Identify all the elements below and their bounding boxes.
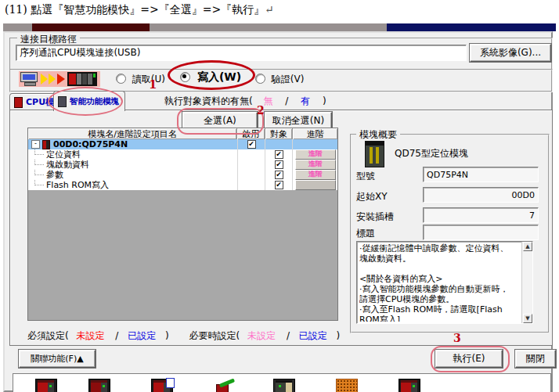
field-label-title: 標題 [356, 227, 375, 240]
field-label-start-xy: 起始XY [356, 190, 388, 203]
intelligent-module-icon [58, 96, 67, 107]
tree-line [34, 170, 44, 175]
field-start-xy: 00D0 [423, 187, 539, 203]
radio-write-label: 寫入(W) [197, 70, 241, 83]
table-header-row: 模塊名/進階設定項目名 啟用 對象 進階 [28, 128, 337, 139]
radio-read[interactable]: 讀取(U) [116, 73, 165, 86]
connection-path-field[interactable]: 序列通訊CPU模塊連接(USB) [16, 45, 467, 61]
slash: / [287, 330, 290, 341]
module-description-text: ·從緩衝記憶體中讀取參數、定位資料、塊啟動資料。 <關於各資料的寫入> ·寫入智… [359, 243, 516, 322]
qd75-icon-top [366, 142, 384, 146]
target-info-prefix: 執行對象資料的有無( [164, 95, 253, 106]
plc-module-grey2 [88, 74, 92, 85]
toolbar-icon-5-open[interactable] [273, 379, 295, 392]
module-type-title: QD75型定位模塊 [395, 147, 468, 160]
required-label: 必須設定( [27, 330, 69, 341]
radio-read-label: 讀取(U) [132, 74, 165, 85]
table-row-module[interactable]: - 00D0:QD75P4N ✔ [28, 139, 337, 149]
table-row-parameters[interactable]: 參數 ✔ 進階 [28, 170, 337, 180]
target-checkbox[interactable]: ✔ [275, 181, 283, 189]
toolbar-icon-7[interactable] [399, 379, 420, 392]
qd75-icon-stripe1 [370, 147, 373, 164]
module-row-label: 00D0:QD75P4N [53, 139, 128, 149]
caption-text: (11) 點選『智慧功能模快』=>『全選』=>『執行』 [5, 3, 265, 16]
field-model: QD75P4N [423, 167, 539, 182]
optional-label: 必要時設定( [189, 330, 240, 341]
module-row-icon [42, 140, 50, 149]
computer-icon [20, 72, 38, 82]
row-label: 定位資料 [46, 149, 81, 160]
table-row-flash-rom-write[interactable]: Flash ROM寫入 ✔ [28, 180, 337, 190]
slash: / [115, 330, 118, 341]
arrow-yellow-1-icon [41, 74, 48, 85]
table-row-block-start-data[interactable]: 塊啟動資料 ✔ 進階 [28, 160, 337, 170]
advanced-button-disabled [295, 180, 336, 190]
module-description-box: ·從緩衝記憶體中讀取參數、定位資料、塊啟動資料。 <關於各資料的寫入> ·寫入智… [356, 241, 533, 324]
target-info-has: 有 [301, 95, 310, 106]
field-slot: 7 [423, 207, 539, 223]
caption: (11) 點選『智慧功能模快』=>『全選』=>『執行』↵ [5, 3, 274, 17]
target-info-suffix: ) [323, 95, 326, 106]
field-title [423, 225, 539, 240]
toolbar-icon-3-document[interactable] [151, 379, 173, 392]
target-info-slash: / [285, 95, 288, 106]
computer-base [24, 82, 36, 86]
titlebar-segment-right [387, 23, 556, 31]
toolbar-icon-4-tool[interactable] [215, 379, 237, 392]
cpu-module-icon [14, 97, 23, 108]
row-label: 塊啟動資料 [46, 160, 89, 170]
advanced-button[interactable]: 進階 [295, 149, 336, 160]
computer-screen [23, 74, 35, 80]
radio-read-circle[interactable] [116, 74, 126, 84]
enable-checkbox[interactable]: ✔ [247, 140, 256, 149]
plc-module-dark [82, 74, 87, 85]
radio-write[interactable]: 寫入(W) [180, 70, 241, 85]
toolbar-icon-1[interactable] [35, 379, 57, 392]
radio-verify-circle[interactable] [255, 74, 265, 84]
target-checkbox[interactable]: ✔ [275, 160, 283, 169]
transfer-graphic [19, 71, 100, 87]
speckle-pattern [337, 379, 357, 392]
row-label: 參數 [46, 170, 63, 180]
radio-write-circle[interactable] [180, 72, 190, 82]
field-label-slot: 安裝插槽 [356, 210, 394, 224]
radio-verify-label: 驗證(V) [272, 74, 305, 85]
required-unset: 未設定 [77, 330, 105, 341]
field-label-model: 型號 [356, 170, 375, 183]
col-header-target: 對象 [265, 128, 294, 139]
qd75-icon-stripe2 [376, 147, 379, 164]
toolbar-icon-6-speckled[interactable] [336, 379, 358, 392]
plc-led-green [93, 74, 96, 77]
module-table: 模塊名/進階設定項目名 啟用 對象 進階 - 00D0:QD75P4N ✔ 定位… [27, 128, 338, 321]
required-set: 已設定 [128, 330, 156, 341]
description-scrollbar[interactable]: ▲ ▼ [521, 242, 532, 323]
related-functions-button[interactable]: 關聯功能(F)▲ [19, 350, 96, 368]
radio-verify[interactable]: 驗證(V) [255, 73, 304, 86]
execute-button[interactable]: 執行(E) [435, 350, 503, 368]
tab-intelligent-module[interactable]: 智能功能模塊 [53, 91, 125, 111]
arrow-red-icon [57, 74, 65, 85]
paren: ) [337, 330, 341, 341]
advanced-button[interactable]: 進階 [295, 160, 336, 170]
tree-line [34, 149, 44, 155]
advanced-button[interactable]: 進階 [295, 170, 336, 180]
scroll-up-icon[interactable]: ▲ [523, 242, 532, 251]
target-checkbox[interactable]: ✔ [275, 171, 283, 179]
screenshot-root: (11) 點選『智慧功能模快』=>『全選』=>『執行』↵ 連接目標路徑 序列通訊… [0, 0, 559, 392]
tree-collapse-icon[interactable]: - [31, 140, 40, 149]
window-titlebar-sliver [3, 23, 556, 31]
document-badge-icon [166, 378, 175, 388]
target-checkbox[interactable]: ✔ [275, 150, 283, 159]
row-label: Flash ROM寫入 [46, 180, 109, 190]
optional-set: 已設定 [299, 330, 327, 341]
arrow-yellow-2-icon [49, 74, 56, 85]
system-image-button[interactable]: 系統影像(G)... [470, 44, 551, 62]
status-line: 必須設定( 未設定 / 已設定 ) 必要時設定( 未設定 / 已設定 ) [27, 329, 340, 343]
table-row-positioning-data[interactable]: 定位資料 ✔ 進階 [28, 149, 337, 160]
close-button[interactable]: 關閉 [515, 350, 556, 368]
plc-module-red [69, 74, 76, 85]
scroll-down-icon[interactable]: ▼ [523, 314, 532, 323]
col-header-enable: 啟用 [237, 128, 265, 139]
target-info-none: 無 [264, 95, 273, 106]
toolbar-icon-2[interactable] [88, 379, 110, 392]
